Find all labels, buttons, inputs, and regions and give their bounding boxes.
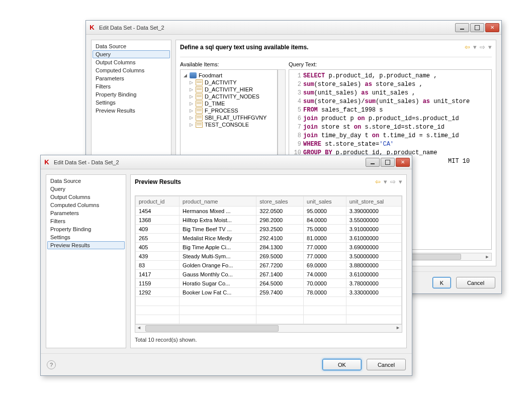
back-icon[interactable]: ⇦ bbox=[375, 178, 381, 185]
table-cell: Big Time Apple Ci... bbox=[180, 243, 256, 252]
table-cell: 3.50000000 bbox=[346, 252, 401, 261]
column-header[interactable]: product_name bbox=[180, 196, 256, 207]
ok-button[interactable]: OK bbox=[322, 359, 362, 370]
tree-item[interactable]: ▷SBI_FLAT_UTFHFGVNY bbox=[182, 114, 276, 121]
table-cell: 267.7200 bbox=[256, 261, 304, 270]
minimize-button[interactable] bbox=[366, 158, 380, 167]
table-cell: Hermanos Mixed ... bbox=[180, 207, 256, 216]
preview-table[interactable]: product_idproduct_namestore_salesunit_sa… bbox=[135, 196, 402, 324]
table-cell: 3.39000000 bbox=[346, 207, 401, 216]
table-cell: Horatio Sugar Co... bbox=[180, 279, 256, 288]
sidebar-item-output-columns[interactable]: Output Columns bbox=[47, 193, 125, 201]
sidebar-item-property-binding[interactable]: Property Binding bbox=[93, 90, 170, 98]
tree-item[interactable]: ▷F_PROCESS bbox=[182, 107, 276, 114]
column-header[interactable]: unit_sales bbox=[304, 196, 346, 207]
table-row[interactable]: 265Medalist Rice Medly292.410081.00003.6… bbox=[136, 234, 402, 243]
cancel-button[interactable]: Cancel bbox=[456, 277, 495, 288]
sidebar-item-parameters[interactable]: Parameters bbox=[93, 74, 170, 82]
table-cell: 77.0000 bbox=[304, 243, 346, 252]
table-cell: 284.1300 bbox=[256, 243, 304, 252]
table-row[interactable]: 1292Booker Low Fat C...259.740078.00003.… bbox=[136, 288, 402, 297]
sidebar-item-settings[interactable]: Settings bbox=[93, 98, 170, 107]
table-cell: 267.1400 bbox=[256, 270, 304, 279]
table-horizontal-scrollbar[interactable] bbox=[135, 324, 402, 332]
cancel-button[interactable]: Cancel bbox=[367, 359, 406, 370]
table-cell: 264.5000 bbox=[256, 279, 304, 288]
window-title: Edit Data Set - Data Set_2 bbox=[99, 25, 455, 31]
column-header[interactable]: product_id bbox=[136, 196, 180, 207]
preview-table-wrap: product_idproduct_namestore_salesunit_sa… bbox=[135, 195, 402, 333]
sidebar: Data SourceQueryOutput ColumnsComputed C… bbox=[46, 174, 126, 348]
sidebar-item-parameters[interactable]: Parameters bbox=[47, 209, 125, 217]
column-header[interactable]: unit_store_sal bbox=[346, 196, 401, 207]
table-row[interactable]: 439Steady Multi-Sym...269.500077.00003.5… bbox=[136, 252, 402, 261]
table-row[interactable]: 405Big Time Apple Ci...284.130077.00003.… bbox=[136, 243, 402, 252]
table-cell: 1292 bbox=[136, 288, 180, 297]
table-cell: Medalist Rice Medly bbox=[180, 234, 256, 243]
ok-button[interactable]: K bbox=[432, 277, 451, 288]
table-cell: 70.0000 bbox=[304, 279, 346, 288]
table-cell: 81.0000 bbox=[304, 234, 346, 243]
maximize-button[interactable] bbox=[470, 23, 484, 32]
table-icon bbox=[196, 122, 203, 128]
table-row[interactable]: 1454Hermanos Mixed ...322.050095.00003.3… bbox=[136, 207, 402, 216]
navigation-arrows: ⇦▾ ⇨▾ bbox=[375, 178, 402, 185]
minimize-button[interactable] bbox=[455, 23, 469, 32]
sidebar-item-property-binding[interactable]: Property Binding bbox=[47, 225, 125, 233]
table-cell: 77.0000 bbox=[304, 252, 346, 261]
table-cell: 1159 bbox=[136, 279, 180, 288]
tree-item[interactable]: ▷D_ACTIVITY_HIER bbox=[182, 86, 276, 93]
table-icon bbox=[196, 108, 203, 114]
table-row[interactable]: 1417Gauss Monthly Co...267.140074.00003.… bbox=[136, 270, 402, 279]
table-cell: 3.61000000 bbox=[346, 270, 401, 279]
sidebar-item-computed-columns[interactable]: Computed Columns bbox=[93, 66, 170, 74]
table-cell: Golden Orange Fo... bbox=[180, 261, 256, 270]
sidebar-item-settings[interactable]: Settings bbox=[47, 233, 125, 241]
table-cell: 3.55000000 bbox=[346, 216, 401, 225]
table-cell: 405 bbox=[136, 243, 180, 252]
table-cell: Big Time Beef TV ... bbox=[180, 225, 256, 234]
sidebar-item-data-source[interactable]: Data Source bbox=[47, 177, 125, 185]
table-cell: 1454 bbox=[136, 207, 180, 216]
sidebar-item-query[interactable]: Query bbox=[47, 185, 125, 193]
sidebar-item-data-source[interactable]: Data Source bbox=[93, 42, 170, 50]
tree-item[interactable]: ▷D_ACTIVITY_NODES bbox=[182, 93, 276, 100]
table-icon bbox=[196, 101, 203, 107]
sidebar-item-filters[interactable]: Filters bbox=[93, 82, 170, 90]
sidebar-item-query[interactable]: Query bbox=[93, 50, 170, 58]
available-items-label: Available Items: bbox=[180, 61, 286, 67]
titlebar: K Edit Data Set - Data Set_2 bbox=[86, 21, 501, 35]
table-cell: 3.69000000 bbox=[346, 243, 401, 252]
table-cell: 322.0500 bbox=[256, 207, 304, 216]
table-cell: 1417 bbox=[136, 270, 180, 279]
table-cell: 3.78000000 bbox=[346, 279, 401, 288]
forward-icon[interactable]: ⇨ bbox=[480, 43, 485, 51]
column-header[interactable]: store_sales bbox=[256, 196, 304, 207]
table-row[interactable]: 1159Horatio Sugar Co...264.500070.00003.… bbox=[136, 279, 402, 288]
table-cell: Hilltop Extra Moist... bbox=[180, 216, 256, 225]
table-cell: 95.0000 bbox=[304, 207, 346, 216]
table-cell: 1368 bbox=[136, 216, 180, 225]
table-row[interactable]: 83Golden Orange Fo...267.720069.00003.88… bbox=[136, 261, 402, 270]
table-row[interactable]: 1368Hilltop Extra Moist...298.200084.000… bbox=[136, 216, 402, 225]
tree-root-label[interactable]: Foodmart bbox=[199, 72, 222, 78]
maximize-button[interactable] bbox=[381, 158, 395, 167]
forward-icon[interactable]: ⇨ bbox=[390, 178, 396, 185]
sidebar-item-preview-results[interactable]: Preview Results bbox=[93, 107, 170, 115]
sidebar-item-computed-columns[interactable]: Computed Columns bbox=[47, 201, 125, 209]
tree-item[interactable]: ▷D_ACTIVITY bbox=[182, 79, 276, 86]
sidebar-item-preview-results[interactable]: Preview Results bbox=[47, 241, 125, 249]
page-heading: Preview Results bbox=[135, 178, 181, 185]
sidebar-item-output-columns[interactable]: Output Columns bbox=[93, 58, 170, 66]
close-button[interactable] bbox=[485, 23, 499, 32]
help-icon[interactable]: ? bbox=[47, 360, 56, 369]
table-icon bbox=[196, 115, 203, 121]
sidebar-item-filters[interactable]: Filters bbox=[47, 217, 125, 225]
tree-item[interactable]: ▷TEST_CONSOLE bbox=[182, 121, 276, 128]
table-row[interactable]: 409Big Time Beef TV ...293.250075.00003.… bbox=[136, 225, 402, 234]
back-icon[interactable]: ⇦ bbox=[465, 43, 470, 51]
tree-item[interactable]: ▷D_TIME bbox=[182, 100, 276, 107]
close-button[interactable] bbox=[396, 158, 410, 167]
table-cell: 298.2000 bbox=[256, 216, 304, 225]
table-cell: Steady Multi-Sym... bbox=[180, 252, 256, 261]
